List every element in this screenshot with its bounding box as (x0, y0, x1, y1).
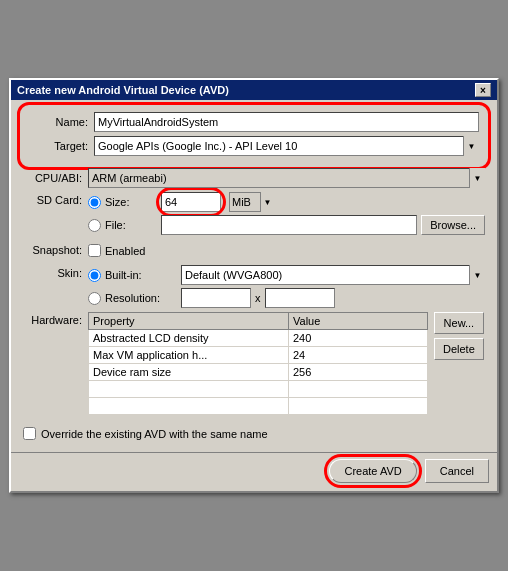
sdcard-label: SD Card: (23, 192, 88, 206)
avd-dialog: Create new Android Virtual Device (AVD) … (9, 78, 499, 493)
close-button[interactable]: × (475, 83, 491, 97)
table-row[interactable]: Device ram size 256 (89, 364, 428, 381)
override-checkbox[interactable] (23, 427, 36, 440)
name-input[interactable] (94, 112, 479, 132)
hw-col-value: Value (289, 313, 428, 330)
table-row[interactable] (89, 398, 428, 415)
skin-section: Skin: Built-in: Default (WVGA800) ▼ Reso… (23, 265, 485, 308)
dialog-body: Name: Target: Google APIs (Google Inc.) … (11, 100, 497, 452)
hw-property-cell: Device ram size (89, 364, 289, 381)
target-label: Target: (29, 140, 94, 152)
bottom-buttons: Create AVD Cancel (11, 452, 497, 491)
hw-value-cell: 24 (289, 347, 428, 364)
cpu-label: CPU/ABI: (23, 172, 88, 184)
resolution-width-input[interactable] (181, 288, 251, 308)
hw-property-cell (89, 398, 289, 415)
resolution-row: Resolution: x (88, 288, 485, 308)
resolution-x-label: x (255, 292, 261, 304)
builtin-label: Built-in: (105, 269, 175, 281)
builtin-arrow[interactable]: ▼ (469, 265, 485, 285)
hardware-section: Hardware: Property Value Abstracted LCD … (23, 312, 485, 415)
table-row[interactable]: Max VM application h... 24 (89, 347, 428, 364)
hw-property-cell: Abstracted LCD density (89, 330, 289, 347)
hw-value-cell: 256 (289, 364, 428, 381)
snapshot-content: Enabled (88, 242, 485, 261)
cpu-dropdown-arrow[interactable]: ▼ (469, 168, 485, 188)
target-select[interactable]: Google APIs (Google Inc.) - API Level 10 (94, 136, 479, 156)
builtin-select[interactable]: Default (WVGA800) (181, 265, 485, 285)
enabled-checkbox[interactable] (88, 244, 101, 257)
resolution-height-input[interactable] (265, 288, 335, 308)
resolution-label: Resolution: (105, 292, 175, 304)
size-radio[interactable] (88, 196, 101, 209)
cpu-select[interactable]: ARM (armeabi) (88, 168, 485, 188)
create-avd-button[interactable]: Create AVD (329, 459, 416, 483)
hw-value-cell (289, 381, 428, 398)
cpu-row: CPU/ABI: ARM (armeabi) ▼ (23, 168, 485, 188)
snapshot-section: Snapshot: Enabled (23, 242, 485, 261)
file-radio[interactable] (88, 219, 101, 232)
builtin-dropdown-wrapper: Default (WVGA800) ▼ (181, 265, 485, 285)
target-dropdown-arrow[interactable]: ▼ (463, 136, 479, 156)
hardware-label: Hardware: (23, 312, 88, 326)
sdcard-section: SD Card: Size: MiB ▼ (23, 192, 485, 238)
override-row: Override the existing AVD with the same … (23, 423, 485, 444)
dialog-title: Create new Android Virtual Device (AVD) (17, 84, 229, 96)
table-row[interactable]: Abstracted LCD density 240 (89, 330, 428, 347)
override-label: Override the existing AVD with the same … (41, 428, 268, 440)
cancel-button[interactable]: Cancel (425, 459, 489, 483)
hw-table: Property Value Abstracted LCD density 24… (88, 312, 428, 415)
skin-label: Skin: (23, 265, 88, 279)
hw-buttons: New... Delete (434, 312, 484, 360)
file-input[interactable] (161, 215, 417, 235)
browse-button[interactable]: Browse... (421, 215, 485, 235)
size-input[interactable] (161, 192, 221, 212)
hw-col-property: Property (89, 313, 289, 330)
title-bar: Create new Android Virtual Device (AVD) … (11, 80, 497, 100)
snapshot-label: Snapshot: (23, 242, 88, 256)
skin-content: Built-in: Default (WVGA800) ▼ Resolution… (88, 265, 485, 308)
file-radio-row: File: Browse... (88, 215, 485, 235)
mib-wrapper: MiB ▼ (225, 192, 274, 212)
hw-property-cell: Max VM application h... (89, 347, 289, 364)
target-dropdown-wrapper: Google APIs (Google Inc.) - API Level 10… (94, 136, 479, 156)
size-radio-label: Size: (105, 196, 155, 208)
name-label: Name: (29, 116, 94, 128)
table-row[interactable] (89, 381, 428, 398)
enabled-label: Enabled (105, 245, 145, 257)
file-radio-label: File: (105, 219, 155, 231)
sdcard-content: Size: MiB ▼ File: Brow (88, 192, 485, 238)
hw-value-cell: 240 (289, 330, 428, 347)
builtin-radio[interactable] (88, 269, 101, 282)
new-hw-button[interactable]: New... (434, 312, 484, 334)
hw-row: Property Value Abstracted LCD density 24… (88, 312, 484, 415)
enabled-row: Enabled (88, 244, 485, 257)
builtin-row: Built-in: Default (WVGA800) ▼ (88, 265, 485, 285)
delete-hw-button[interactable]: Delete (434, 338, 484, 360)
name-row: Name: (29, 112, 479, 132)
hw-property-cell (89, 381, 289, 398)
size-radio-row: Size: MiB ▼ (88, 192, 485, 212)
cpu-dropdown-wrapper: ARM (armeabi) ▼ (88, 168, 485, 188)
resolution-radio[interactable] (88, 292, 101, 305)
target-row: Target: Google APIs (Google Inc.) - API … (29, 136, 479, 156)
hw-value-cell (289, 398, 428, 415)
mib-arrow: ▼ (260, 192, 274, 212)
